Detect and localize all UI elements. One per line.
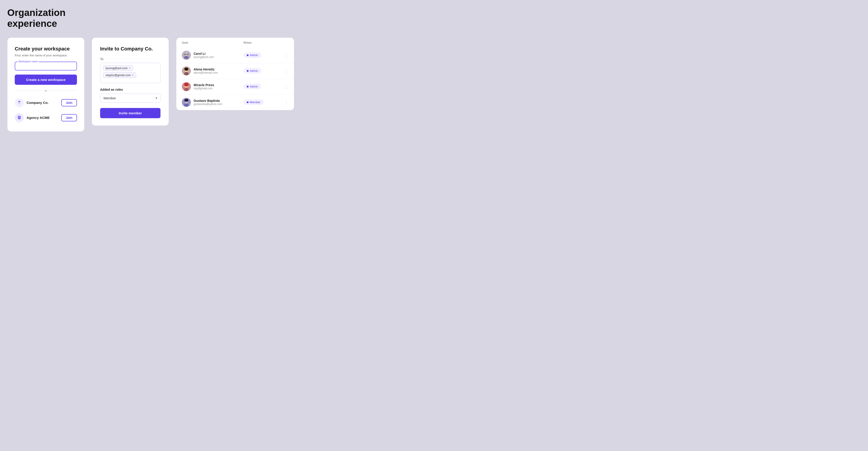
user-avatar-2 [182, 82, 191, 91]
workspace-name-field-wrap: Workspace name [15, 62, 77, 71]
user-email-0: lyoung@aol.com [194, 55, 214, 59]
invite-panel-title: Invite to Company Co. [100, 46, 160, 52]
row-actions-2[interactable]: ⋮ [275, 79, 294, 94]
create-workspace-button[interactable]: Create a new workspace [15, 75, 77, 85]
divider-text: or [44, 89, 47, 92]
role-badge-3: Member [244, 99, 264, 105]
user-info-1: Alena Herwitz alena@hotmail.com [194, 67, 218, 74]
table-header-row: User Roles [176, 38, 294, 48]
panels-row: Create your workspace First, enter the n… [7, 37, 861, 132]
role-dot-1 [247, 70, 249, 72]
col-user-header: User [176, 38, 238, 48]
role-cell-0: Admin [238, 48, 275, 63]
user-cell-3: Gustavo Baptista gustavoba@yahoo.com [176, 94, 238, 110]
user-cell-2: Miracle Press mp@gmail.com [176, 79, 238, 94]
workspace-item-company-co: Company Co. Join [15, 96, 77, 109]
invite-panel: Invite to Company Co. To lyoung@aol.com … [92, 37, 169, 126]
workspace-item-left-agency: Agency ACME [15, 113, 50, 122]
chip-close-lyoung[interactable]: × [129, 66, 130, 69]
role-cell-3: Member [238, 94, 275, 110]
user-email-3: gustavoba@yahoo.com [194, 103, 222, 106]
role-badge-0: Admin [244, 52, 261, 58]
table-row: Gustavo Baptista gustavoba@yahoo.com Mem… [176, 94, 294, 110]
user-cell-inner: Miracle Press mp@gmail.com [182, 82, 232, 91]
join-button-agency-acme[interactable]: Join [61, 114, 77, 121]
chip-close-xtaylor[interactable]: × [132, 74, 134, 77]
workspace-item-agency-acme: Agency ACME Join [15, 111, 77, 124]
role-dot-0 [247, 54, 249, 56]
row-actions-3[interactable]: ⋮ [275, 94, 294, 110]
agency-acme-icon [16, 115, 23, 121]
user-avatar-0 [182, 51, 191, 60]
svg-point-13 [184, 67, 188, 71]
col-actions-header [275, 38, 294, 48]
divider-line-right [50, 90, 77, 91]
role-dot-2 [247, 86, 249, 87]
svg-point-24 [184, 104, 189, 107]
create-panel-title: Create your workspace [15, 46, 77, 52]
user-info-0: Carol Li lyoung@aol.com [194, 52, 214, 59]
svg-point-18 [184, 88, 189, 91]
divider: or [15, 89, 77, 92]
email-chip-xtaylor: xtaylor@gmail.com × [103, 72, 136, 78]
user-name-1: Alena Herwitz [194, 67, 218, 71]
user-cell-inner: Carol Li lyoung@aol.com [182, 51, 232, 60]
svg-point-1 [19, 102, 20, 103]
user-email-1: alena@hotmail.com [194, 71, 218, 74]
create-workspace-panel: Create your workspace First, enter the n… [7, 37, 85, 132]
invite-member-button[interactable]: Invite member [100, 108, 160, 118]
users-table: User Roles Carol Li lyoung@aol.com [176, 38, 294, 110]
user-name-3: Gustavo Baptista [194, 99, 222, 103]
role-badge-2: Admin [244, 84, 261, 89]
workspace-logo-company-co [15, 98, 24, 107]
svg-point-14 [184, 72, 189, 75]
role-select-wrap: Member Admin Viewer ▾ [100, 94, 160, 103]
workspace-logo-agency-acme [15, 113, 24, 122]
table-row: Alena Herwitz alena@hotmail.com Admin ⋮ [176, 63, 294, 79]
user-email-2: mp@gmail.com [194, 87, 214, 90]
divider-line-left [15, 90, 42, 91]
email-chip-lyoung: lyoung@aol.com × [103, 65, 133, 71]
row-actions-0[interactable]: ⋮ [275, 48, 294, 63]
user-avatar-1 [182, 66, 191, 76]
workspace-name-company-co: Company Co. [27, 101, 49, 105]
svg-point-4 [19, 116, 20, 118]
table-row: Miracle Press mp@gmail.com Admin ⋮ [176, 79, 294, 94]
svg-point-10 [184, 56, 189, 59]
users-tbody: Carol Li lyoung@aol.com Admin ⋮ [176, 48, 294, 110]
user-name-0: Carol Li [194, 52, 214, 55]
user-cell-0: Carol Li lyoung@aol.com [176, 48, 238, 63]
chip-email-xtaylor: xtaylor@gmail.com [105, 74, 131, 77]
role-cell-1: Admin [238, 63, 275, 79]
to-label: To [100, 57, 160, 61]
role-select[interactable]: Member Admin Viewer [100, 94, 160, 103]
company-co-icon [16, 100, 23, 106]
users-panel: User Roles Carol Li lyoung@aol.com [176, 37, 294, 110]
user-info-3: Gustavo Baptista gustavoba@yahoo.com [194, 99, 222, 106]
user-cell-1: Alena Herwitz alena@hotmail.com [176, 63, 238, 79]
user-info-2: Miracle Press mp@gmail.com [194, 83, 214, 90]
existing-workspaces-list: Company Co. Join Agency ACME [15, 96, 77, 124]
role-badge-1: Admin [244, 68, 261, 74]
row-actions-1[interactable]: ⋮ [275, 63, 294, 79]
role-dot-3 [247, 102, 249, 103]
workspace-name-agency-acme: Agency ACME [27, 116, 50, 119]
user-cell-inner: Gustavo Baptista gustavoba@yahoo.com [182, 98, 232, 107]
create-panel-subtitle: First, enter the name of your workspace. [15, 54, 77, 57]
workspace-name-label: Workspace name [18, 60, 39, 63]
chip-email-lyoung: lyoung@aol.com [105, 66, 128, 70]
user-avatar-3 [182, 98, 191, 107]
svg-point-17 [184, 83, 189, 86]
workspace-name-input[interactable] [18, 64, 74, 69]
user-name-2: Miracle Press [194, 83, 214, 87]
role-cell-2: Admin [238, 79, 275, 94]
added-as-label: Added as roles [100, 88, 160, 91]
col-roles-header: Roles [238, 38, 275, 48]
join-button-company-co[interactable]: Join [61, 99, 77, 106]
email-recipients-box[interactable]: lyoung@aol.com × xtaylor@gmail.com × [100, 63, 160, 83]
user-cell-inner: Alena Herwitz alena@hotmail.com [182, 66, 232, 76]
page-title: Organization experience [7, 7, 861, 29]
svg-point-6 [185, 53, 188, 56]
workspace-item-left: Company Co. [15, 98, 49, 107]
table-row: Carol Li lyoung@aol.com Admin ⋮ [176, 48, 294, 63]
